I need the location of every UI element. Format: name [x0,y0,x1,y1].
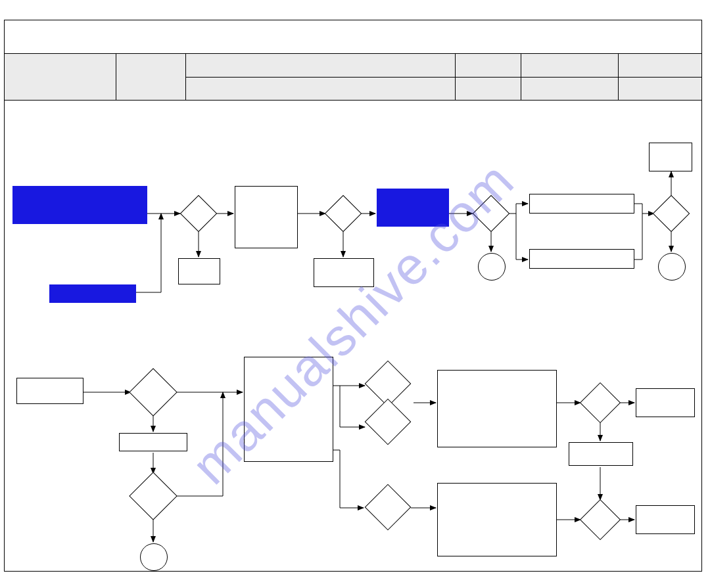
page-frame: manualshive.com [4,20,702,572]
header-cell-3 [186,54,456,100]
process-r2 [569,442,633,466]
start-2 [16,378,83,404]
process-big-right-lower [437,483,557,556]
header-cell-4 [456,54,521,100]
process-6 [119,433,187,451]
process-3-top [529,194,634,214]
header-cell-3-split [186,77,455,78]
header-cell-1 [5,54,116,100]
header-cell-6 [619,54,701,100]
process-blue-1 [12,186,147,224]
process-2a [314,258,374,287]
header-cell-4-split [456,77,521,78]
connectors [5,102,701,571]
diagram-canvas [5,102,701,571]
process-3-bottom [529,249,634,269]
process-big-right-upper [437,370,557,447]
process-r3 [636,505,695,534]
terminator-1 [478,253,506,281]
process-blue-2 [49,284,136,303]
process-blue-3 [377,189,449,227]
process-big-left [244,357,333,462]
header-cell-5 [521,54,619,100]
process-4-top [649,143,692,171]
header-cell-6-split [619,77,701,78]
header-cell-5-split [521,77,618,78]
process-r1 [636,388,695,417]
terminator-3 [140,543,168,571]
header-cell-2 [116,54,186,100]
terminator-2 [658,253,686,281]
process-1 [235,186,298,248]
process-1a [178,258,220,284]
header-band [5,53,701,101]
